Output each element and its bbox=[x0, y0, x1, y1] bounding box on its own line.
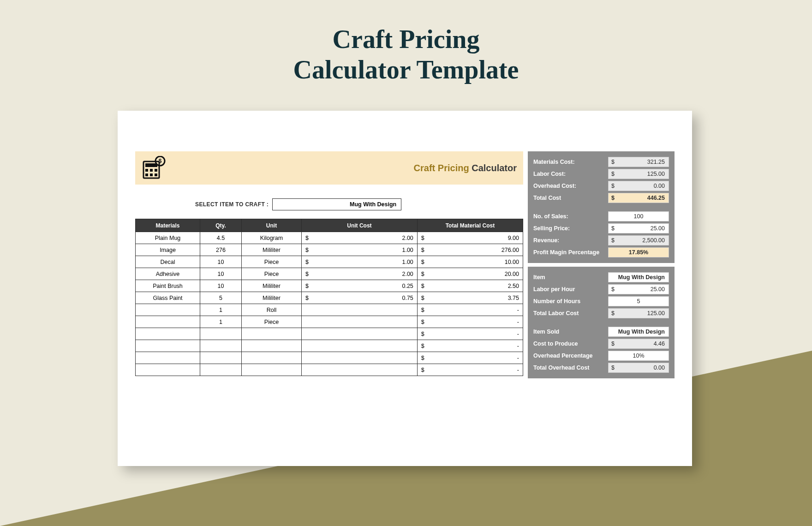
cell-unit-cost[interactable]: 1.00 bbox=[309, 244, 417, 256]
cell-unit-cost[interactable]: 0.25 bbox=[309, 280, 417, 292]
cell-material[interactable] bbox=[136, 304, 200, 316]
item-sold-value[interactable]: Mug With Design bbox=[608, 327, 669, 337]
cell-unit-cost[interactable]: 2.00 bbox=[309, 268, 417, 280]
labor-cost-label: Labor Cost: bbox=[533, 171, 604, 177]
col-total-cost: Total Material Cost bbox=[417, 219, 523, 232]
cell-unit-cost-currency: $ bbox=[302, 268, 309, 280]
cell-total: 276.00 bbox=[424, 244, 523, 256]
cell-material[interactable]: Adhesive bbox=[136, 268, 200, 280]
cell-qty[interactable] bbox=[200, 364, 242, 376]
cell-qty[interactable]: 10 bbox=[200, 268, 242, 280]
cell-unit-cost[interactable]: 0.75 bbox=[309, 292, 417, 304]
total-labor-row: Total Labor Cost $125.00 bbox=[533, 307, 669, 319]
cell-material[interactable] bbox=[136, 328, 200, 340]
cell-qty[interactable]: 276 bbox=[200, 244, 242, 256]
cell-qty[interactable]: 1 bbox=[200, 316, 242, 328]
table-row: $- bbox=[136, 340, 523, 352]
svg-text:$: $ bbox=[159, 158, 162, 164]
labor-overhead-panel: Item Mug With Design Labor per Hour $25.… bbox=[528, 267, 675, 378]
cell-material[interactable] bbox=[136, 364, 200, 376]
cell-unit-cost[interactable] bbox=[309, 328, 417, 340]
total-overhead-row: Total Overhead Cost $0.00 bbox=[533, 362, 669, 374]
cell-total: 3.75 bbox=[424, 292, 523, 304]
cell-unit[interactable] bbox=[242, 340, 302, 352]
cell-material[interactable]: Paint Brush bbox=[136, 280, 200, 292]
cell-unit-cost[interactable] bbox=[309, 304, 417, 316]
cell-total: - bbox=[424, 340, 523, 352]
cell-qty[interactable] bbox=[200, 328, 242, 340]
materials-table: Materials Qty. Unit Unit Cost Total Mate… bbox=[135, 219, 523, 376]
cell-qty[interactable]: 5 bbox=[200, 292, 242, 304]
labor-per-hour-row: Labor per Hour $25.00 bbox=[533, 283, 669, 295]
cell-unit-cost[interactable]: 1.00 bbox=[309, 256, 417, 268]
cell-unit[interactable]: Mililiter bbox=[242, 244, 302, 256]
cell-unit-cost[interactable] bbox=[309, 364, 417, 376]
cell-material[interactable]: Plain Mug bbox=[136, 232, 200, 244]
materials-cost-label: Materials Cost: bbox=[533, 159, 604, 165]
materials-header-row: Materials Qty. Unit Unit Cost Total Mate… bbox=[136, 219, 523, 232]
cell-qty[interactable] bbox=[200, 340, 242, 352]
cell-unit-cost[interactable] bbox=[309, 352, 417, 364]
cell-total-currency: $ bbox=[417, 256, 424, 268]
cell-qty[interactable]: 1 bbox=[200, 304, 242, 316]
labor-item-value[interactable]: Mug With Design bbox=[608, 272, 669, 282]
number-hours-value[interactable]: 5 bbox=[608, 296, 669, 306]
cell-total-currency: $ bbox=[417, 316, 424, 328]
table-row: Plain Mug4.5Kilogram$2.00$9.00 bbox=[136, 232, 523, 244]
selling-price-value[interactable]: $25.00 bbox=[608, 223, 669, 233]
cell-unit[interactable]: Piece bbox=[242, 268, 302, 280]
cell-material[interactable] bbox=[136, 340, 200, 352]
cell-total: - bbox=[424, 316, 523, 328]
cell-unit[interactable]: Mililiter bbox=[242, 292, 302, 304]
cell-material[interactable]: Glass Paint bbox=[136, 292, 200, 304]
table-row: Adhesive10Piece$2.00$20.00 bbox=[136, 268, 523, 280]
cell-unit[interactable]: Piece bbox=[242, 316, 302, 328]
overhead-pct-label: Overhead Percentage bbox=[533, 353, 604, 359]
table-row: 1Roll$- bbox=[136, 304, 523, 316]
sheet-header: $ Craft Pricing Calculator bbox=[135, 151, 523, 185]
total-overhead-value: $0.00 bbox=[608, 363, 669, 373]
table-row: Decal10Piece$1.00$10.00 bbox=[136, 256, 523, 268]
materials-cost-row: Materials Cost: $321.25 bbox=[533, 156, 669, 168]
cell-material[interactable] bbox=[136, 352, 200, 364]
number-hours-label: Number of Hours bbox=[533, 298, 604, 305]
cell-total-currency: $ bbox=[417, 364, 424, 376]
title-rest: Calculator bbox=[469, 163, 517, 173]
item-select-field[interactable]: Mug With Design bbox=[272, 198, 401, 210]
cell-unit[interactable]: Piece bbox=[242, 256, 302, 268]
labor-cost-value[interactable]: $125.00 bbox=[608, 169, 669, 179]
total-cost-value: $446.25 bbox=[608, 193, 669, 203]
spreadsheet: $ Craft Pricing Calculator SELECT ITEM T… bbox=[135, 151, 675, 378]
page-title: Craft Pricing Calculator Template bbox=[0, 0, 812, 85]
cell-unit[interactable] bbox=[242, 352, 302, 364]
table-row: $- bbox=[136, 328, 523, 340]
cell-unit[interactable]: Mililiter bbox=[242, 280, 302, 292]
materials-cost-value[interactable]: $321.25 bbox=[608, 157, 669, 167]
cell-qty[interactable]: 10 bbox=[200, 256, 242, 268]
total-cost-row: Total Cost $446.25 bbox=[533, 192, 669, 204]
cell-qty[interactable]: 10 bbox=[200, 280, 242, 292]
cell-material[interactable]: Image bbox=[136, 244, 200, 256]
cell-unit[interactable] bbox=[242, 328, 302, 340]
cell-qty[interactable] bbox=[200, 352, 242, 364]
overhead-pct-value[interactable]: 10% bbox=[608, 351, 669, 361]
table-row: $- bbox=[136, 352, 523, 364]
cell-qty[interactable]: 4.5 bbox=[200, 232, 242, 244]
cell-unit-cost[interactable] bbox=[309, 316, 417, 328]
no-sales-value[interactable]: 100 bbox=[608, 211, 669, 221]
table-row: 1Piece$- bbox=[136, 316, 523, 328]
cell-unit-cost[interactable]: 2.00 bbox=[309, 232, 417, 244]
labor-per-hour-label: Labor per Hour bbox=[533, 286, 604, 293]
cell-unit[interactable]: Kilogram bbox=[242, 232, 302, 244]
overhead-cost-value[interactable]: $0.00 bbox=[608, 181, 669, 191]
cell-material[interactable] bbox=[136, 316, 200, 328]
cell-material[interactable]: Decal bbox=[136, 256, 200, 268]
svg-rect-3 bbox=[150, 169, 153, 172]
labor-per-hour-value[interactable]: $25.00 bbox=[608, 284, 669, 294]
cell-unit-cost-currency bbox=[302, 304, 309, 316]
cell-unit[interactable]: Roll bbox=[242, 304, 302, 316]
cell-unit-cost[interactable] bbox=[309, 340, 417, 352]
calculator-icon: $ bbox=[142, 156, 166, 180]
total-cost-label: Total Cost bbox=[533, 195, 604, 201]
cell-unit[interactable] bbox=[242, 364, 302, 376]
